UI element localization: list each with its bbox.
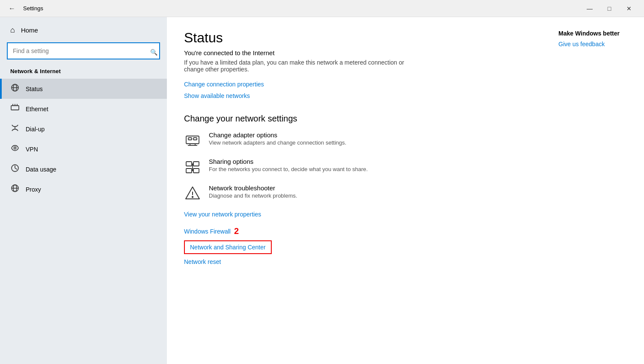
- svg-rect-19: [186, 162, 192, 166]
- proxy-icon: [10, 183, 20, 195]
- svg-rect-22: [193, 169, 199, 173]
- app-body: ⌂ Home 🔍 Network & Internet Status: [0, 17, 644, 364]
- change-network-title: Change your network settings: [184, 114, 524, 124]
- title-bar-title: Settings: [23, 5, 43, 12]
- sharing-options-item[interactable]: Sharing options For the networks you con…: [184, 158, 524, 175]
- title-bar: ← Settings — □ ✕: [0, 0, 644, 17]
- troubleshooter-text: Network troubleshooter Diagnose and fix …: [209, 184, 297, 199]
- troubleshooter-item[interactable]: Network troubleshooter Diagnose and fix …: [184, 184, 524, 201]
- sidebar-item-vpn[interactable]: VPN: [0, 139, 167, 159]
- adapter-text: Change adapter options View network adap…: [209, 131, 346, 146]
- ethernet-icon: [10, 103, 20, 115]
- page-title: Status: [184, 30, 524, 46]
- right-panel: Make Windows better Give us feedback: [550, 17, 644, 364]
- view-properties-link[interactable]: View your network properties: [184, 211, 524, 218]
- svg-rect-14: [188, 138, 192, 140]
- minimize-button[interactable]: —: [580, 0, 599, 17]
- network-sharing-center-link[interactable]: Network and Sharing Center: [184, 240, 272, 254]
- give-feedback-link[interactable]: Give us feedback: [558, 41, 605, 47]
- sidebar: ⌂ Home 🔍 Network & Internet Status: [0, 17, 167, 364]
- make-better-title: Make Windows better: [558, 30, 635, 37]
- network-sharing-center-row: Network and Sharing Center: [184, 240, 524, 254]
- vpn-label: VPN: [26, 146, 38, 153]
- sidebar-item-proxy[interactable]: Proxy: [0, 179, 167, 199]
- vpn-icon: [10, 143, 20, 155]
- svg-rect-15: [193, 138, 197, 140]
- sidebar-section-title: Network & Internet: [0, 65, 167, 79]
- sharing-icon: [184, 158, 201, 175]
- bottom-links: View your network properties Windows Fir…: [184, 211, 524, 269]
- sidebar-item-dialup[interactable]: Dial-up: [0, 119, 167, 139]
- home-icon: ⌂: [10, 26, 15, 35]
- sharing-title: Sharing options: [209, 158, 368, 165]
- content-area: Status You're connected to the Internet …: [167, 17, 550, 364]
- connected-subtitle: You're connected to the Internet: [184, 49, 524, 56]
- home-label: Home: [21, 27, 38, 34]
- dialup-icon: [10, 123, 20, 135]
- connected-description: If you have a limited data plan, you can…: [184, 59, 407, 73]
- status-label: Status: [26, 86, 43, 92]
- svg-point-28: [192, 196, 193, 197]
- troubleshooter-desc: Diagnose and fix network problems.: [209, 192, 297, 199]
- sidebar-item-status[interactable]: Status: [0, 79, 167, 99]
- proxy-label: Proxy: [26, 186, 41, 193]
- search-icon-button[interactable]: 🔍: [150, 49, 157, 56]
- windows-firewall-row: Windows Firewall 2: [184, 226, 524, 236]
- status-icon: [10, 83, 20, 95]
- ethernet-label: Ethernet: [26, 106, 48, 112]
- datausage-label: Data usage: [26, 166, 56, 173]
- network-reset-link[interactable]: Network reset: [184, 258, 524, 265]
- search-box-container: 🔍: [0, 39, 167, 65]
- adapter-icon: [184, 131, 201, 148]
- sidebar-item-home[interactable]: ⌂ Home: [0, 21, 167, 39]
- search-input[interactable]: [7, 42, 160, 59]
- dialup-label: Dial-up: [26, 126, 45, 133]
- adapter-options-item[interactable]: Change adapter options View network adap…: [184, 131, 524, 148]
- title-bar-left: ← Settings: [5, 2, 43, 15]
- windows-firewall-link[interactable]: Windows Firewall: [184, 228, 231, 235]
- svg-point-8: [14, 147, 16, 149]
- maximize-button[interactable]: □: [599, 0, 619, 17]
- sharing-text: Sharing options For the networks you con…: [209, 158, 368, 172]
- adapter-title: Change adapter options: [209, 131, 346, 139]
- back-button[interactable]: ←: [5, 2, 19, 15]
- troubleshooter-icon: [184, 184, 201, 201]
- sharing-desc: For the networks you connect to, decide …: [209, 166, 368, 172]
- sidebar-item-ethernet[interactable]: Ethernet: [0, 99, 167, 119]
- close-button[interactable]: ✕: [619, 0, 639, 17]
- adapter-desc: View network adapters and change connect…: [209, 139, 346, 146]
- annotation-badge-2: 2: [234, 226, 239, 236]
- troubleshooter-title: Network troubleshooter: [209, 184, 297, 192]
- svg-rect-3: [11, 106, 19, 110]
- svg-rect-20: [193, 162, 199, 166]
- show-networks-link[interactable]: Show available networks: [184, 92, 250, 99]
- sidebar-item-datausage[interactable]: Data usage: [0, 159, 167, 179]
- change-connection-link[interactable]: Change connection properties: [184, 81, 264, 88]
- title-bar-controls: — □ ✕: [580, 0, 639, 17]
- datausage-icon: [10, 163, 20, 175]
- svg-rect-21: [186, 169, 192, 173]
